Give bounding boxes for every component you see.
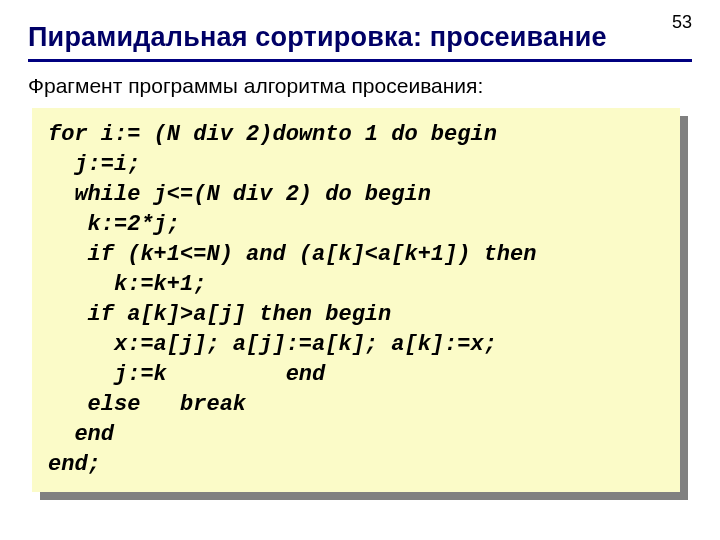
code-line: j:=k end (48, 360, 664, 390)
code-line: end (48, 420, 664, 450)
code-line: j:=i; (48, 150, 664, 180)
slide-subtitle: Фрагмент программы алгоритма просеивания… (28, 74, 692, 98)
code-line: end; (48, 450, 664, 480)
code-box: for i:= (N div 2)downto 1 do begin j:=i;… (32, 108, 680, 492)
slide: 53 Пирамидальная сортировка: просеивание… (0, 0, 720, 540)
code-line: else break (48, 390, 664, 420)
code-line: while j<=(N div 2) do begin (48, 180, 664, 210)
code-line: k:=k+1; (48, 270, 664, 300)
code-line: if (k+1<=N) and (a[k]<a[k+1]) then (48, 240, 664, 270)
code-line: if a[k]>a[j] then begin (48, 300, 664, 330)
page-number: 53 (672, 12, 692, 33)
title-underline (28, 59, 692, 62)
code-block: for i:= (N div 2)downto 1 do begin j:=i;… (32, 108, 680, 492)
code-line: for i:= (N div 2)downto 1 do begin (48, 120, 664, 150)
slide-title: Пирамидальная сортировка: просеивание (28, 22, 692, 53)
code-line: x:=a[j]; a[j]:=a[k]; a[k]:=x; (48, 330, 664, 360)
code-line: k:=2*j; (48, 210, 664, 240)
